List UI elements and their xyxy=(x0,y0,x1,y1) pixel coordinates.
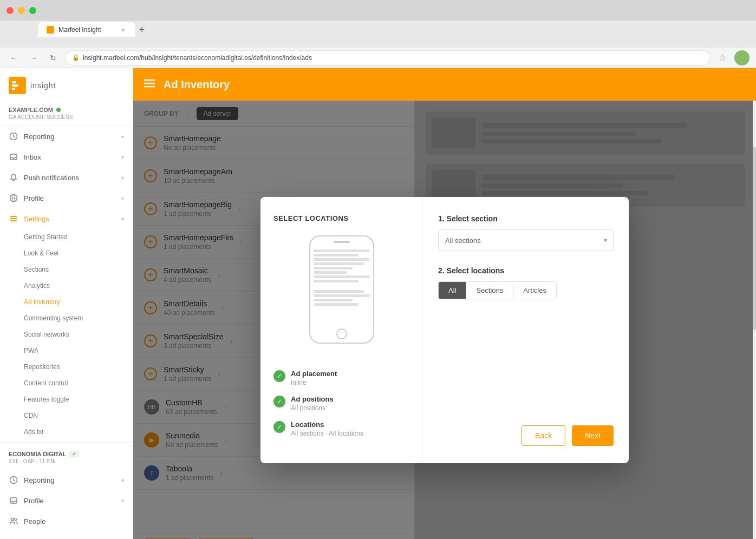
sidebar-sub-item-sections[interactable]: Sections xyxy=(0,261,133,278)
settings-icon xyxy=(9,214,18,224)
sidebar-sub-item-ad-inventory[interactable]: Ad inventory xyxy=(0,294,133,310)
marfeel-logo-icon xyxy=(9,77,26,94)
step-sub: All positions xyxy=(291,404,409,412)
chevron-down-icon: ▾ xyxy=(121,154,124,160)
tab-bar: Marfeel Insight ✕ + xyxy=(0,21,756,39)
sidebar-sub-item-pwa[interactable]: PWA xyxy=(0,343,133,359)
sidebar-item-reporting[interactable]: Reporting ▾ xyxy=(0,126,133,147)
forward-nav-button[interactable]: → xyxy=(26,50,41,65)
phone-speaker xyxy=(334,241,350,243)
hamburger-icon[interactable] xyxy=(144,79,155,90)
lock-icon: 🔒 xyxy=(72,54,80,61)
sidebar-item-people[interactable]: People xyxy=(0,511,133,531)
sidebar-item-label: Profile xyxy=(24,194,116,202)
sidebar-item-activity[interactable]: Activity xyxy=(0,531,133,539)
sidebar-item-profile[interactable]: Profile ▾ xyxy=(0,188,133,208)
bell-icon xyxy=(9,173,18,182)
clock-icon xyxy=(9,132,18,141)
sidebar-sub-item-ads-txt[interactable]: Ads.txt xyxy=(0,424,133,440)
sidebar-sub-item-repositories[interactable]: Repositories xyxy=(0,359,133,375)
account2-badge: ✓ xyxy=(69,451,79,457)
sidebar-sub-item-features-toggle[interactable]: Features toggle xyxy=(0,391,133,407)
sidebar-item-label: Push notifications xyxy=(24,174,116,182)
url-text: insight.marfeel.com/hub/insight/tenants/… xyxy=(83,54,312,62)
sidebar-item-inbox[interactable]: Inbox ▾ xyxy=(0,147,133,167)
svg-rect-12 xyxy=(10,218,17,219)
sidebar-item-profile2[interactable]: Profile ▾ xyxy=(0,490,133,511)
svg-rect-1 xyxy=(12,81,16,83)
sidebar-item-reporting2[interactable]: Reporting ▾ xyxy=(0,470,133,490)
page-header: Ad Inventory xyxy=(133,68,756,101)
account-status-dot xyxy=(56,108,61,112)
profile-avatar[interactable] xyxy=(734,50,750,65)
phone-illustration xyxy=(309,235,374,344)
maximize-button[interactable] xyxy=(29,7,36,14)
sidebar-sub-item-analytics[interactable]: Analytics xyxy=(0,278,133,294)
browser-tab[interactable]: Marfeel Insight ✕ xyxy=(38,22,135,37)
inbox-icon xyxy=(9,152,18,162)
phone-screen xyxy=(310,246,373,325)
modal-actions: Back Next xyxy=(438,425,614,446)
sidebar-item-label: Reporting xyxy=(24,476,116,484)
sidebar-sub-item-cdn[interactable]: CDN xyxy=(0,407,133,424)
chevron-down-icon: ▾ xyxy=(121,175,124,181)
users-icon xyxy=(9,516,18,526)
section-select[interactable]: All sections Homepage Articles Sections xyxy=(438,229,614,251)
new-tab-button[interactable]: + xyxy=(135,23,148,36)
svg-point-18 xyxy=(11,518,14,521)
activity-icon xyxy=(9,537,18,539)
location-tab-all[interactable]: All xyxy=(439,282,466,299)
account1-section: EXAMPLE.COM GA ACCOUNT: SUCCESS xyxy=(0,101,133,126)
select-locations-modal: SELECT LOCATIONS xyxy=(260,197,629,463)
step-name: Ad placement xyxy=(291,370,409,378)
svg-rect-3 xyxy=(12,88,15,90)
modal-left-panel: SELECT LOCATIONS xyxy=(260,197,423,463)
globe-icon xyxy=(9,193,18,203)
sidebar-sub-item-look-feel[interactable]: Look & Feel xyxy=(0,245,133,261)
sidebar-item-push-notifications[interactable]: Push notifications ▾ xyxy=(0,167,133,188)
close-button[interactable] xyxy=(6,7,14,14)
back-button[interactable]: Back xyxy=(522,425,565,446)
address-bar[interactable]: 🔒 insight.marfeel.com/hub/insight/tenant… xyxy=(65,50,711,65)
sidebar-item-settings[interactable]: Settings ▾ xyxy=(0,208,133,229)
main-content: Ad Inventory GROUP BY Ad server + SmartH… xyxy=(133,68,756,539)
account1-name: EXAMPLE.COM xyxy=(9,107,124,113)
check-icon: ✓ xyxy=(273,421,285,433)
minimize-button[interactable] xyxy=(18,7,25,14)
chevron-down-icon: ▾ xyxy=(121,195,124,201)
tab-favicon xyxy=(47,26,54,34)
sidebar-sub-item-content-control[interactable]: Content control xyxy=(0,375,133,391)
account2-section: ECONOMÍA DIGITAL ✓ XXL · OAP · 11.83k xyxy=(0,445,133,470)
check-icon: ✓ xyxy=(273,370,285,382)
modal-overlay[interactable]: SELECT LOCATIONS xyxy=(133,101,756,539)
svg-point-19 xyxy=(15,518,17,521)
account2-sub: XXL · OAP · 11.83k xyxy=(9,458,124,464)
tab-title: Marfeel Insight xyxy=(58,26,101,34)
sidebar-divider xyxy=(0,442,133,443)
browser-chrome: Marfeel Insight ✕ + xyxy=(0,0,756,48)
svg-line-6 xyxy=(14,137,15,138)
sidebar-sub-item-social-networks[interactable]: Social networks xyxy=(0,326,133,343)
logo-text: insight xyxy=(30,81,56,90)
svg-rect-2 xyxy=(12,84,18,87)
check-icon: ✓ xyxy=(273,396,285,407)
content-area: GROUP BY Ad server + SmartHomepage No ad… xyxy=(133,101,756,539)
bookmark-button[interactable]: ☆ xyxy=(715,50,730,65)
step-sub: All sections · All locations xyxy=(291,430,409,437)
location-tab-sections[interactable]: Sections xyxy=(466,282,513,299)
sidebar-sub-item-commenting-system[interactable]: Commenting system xyxy=(0,310,133,326)
sidebar: insight EXAMPLE.COM GA ACCOUNT: SUCCESS … xyxy=(0,68,133,539)
modal-right-panel: 1. Select section All sections Homepage … xyxy=(423,197,629,463)
step-ad-placement: ✓ Ad placement Inline xyxy=(273,370,409,386)
sidebar-sub-item-getting-started[interactable]: Getting Started xyxy=(0,229,133,245)
location-tab-articles[interactable]: Articles xyxy=(513,282,556,299)
svg-rect-11 xyxy=(10,216,17,217)
account1-sub: GA ACCOUNT: SUCCESS xyxy=(9,114,124,120)
step-ad-positions: ✓ Ad positions All positions xyxy=(273,395,409,412)
tab-close-button[interactable]: ✕ xyxy=(119,26,127,34)
back-nav-button[interactable]: ← xyxy=(6,50,22,65)
reload-button[interactable]: ↻ xyxy=(45,50,61,65)
location-tabs: All Sections Articles xyxy=(438,281,557,299)
next-button[interactable]: Next xyxy=(572,425,614,446)
sidebar-item-label: Inbox xyxy=(24,153,116,161)
